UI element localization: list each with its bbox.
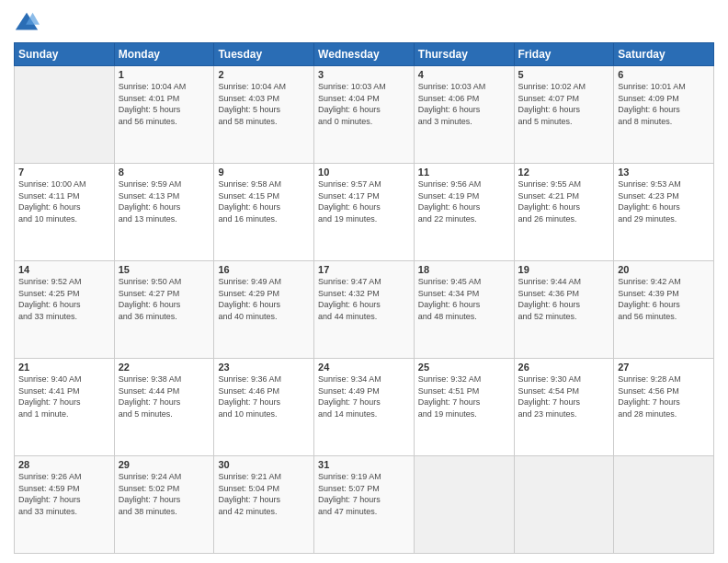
day-number: 2: [218, 69, 310, 80]
day-cell: [15, 66, 115, 164]
day-cell: 30Sunrise: 9:21 AM Sunset: 5:04 PM Dayli…: [214, 456, 314, 554]
day-info: Sunrise: 9:30 AM Sunset: 4:54 PM Dayligh…: [518, 373, 610, 419]
day-info: Sunrise: 9:34 AM Sunset: 4:49 PM Dayligh…: [318, 373, 410, 419]
header-cell-sunday: Sunday: [15, 43, 115, 66]
day-cell: 3Sunrise: 10:03 AM Sunset: 4:04 PM Dayli…: [314, 66, 415, 164]
day-number: 25: [418, 362, 510, 373]
day-info: Sunrise: 9:32 AM Sunset: 4:51 PM Dayligh…: [418, 373, 510, 419]
logo: [14, 9, 43, 35]
day-cell: 18Sunrise: 9:45 AM Sunset: 4:34 PM Dayli…: [414, 261, 514, 359]
day-cell: 2Sunrise: 10:04 AM Sunset: 4:03 PM Dayli…: [214, 66, 314, 164]
day-info: Sunrise: 9:28 AM Sunset: 4:56 PM Dayligh…: [618, 373, 710, 419]
day-cell: 5Sunrise: 10:02 AM Sunset: 4:07 PM Dayli…: [514, 66, 614, 164]
day-number: 13: [618, 167, 710, 178]
day-cell: 27Sunrise: 9:28 AM Sunset: 4:56 PM Dayli…: [614, 359, 714, 456]
header-cell-saturday: Saturday: [614, 43, 714, 66]
day-cell: 6Sunrise: 10:01 AM Sunset: 4:09 PM Dayli…: [614, 66, 714, 164]
day-number: 12: [518, 167, 610, 178]
day-number: 22: [119, 362, 210, 373]
day-cell: 13Sunrise: 9:53 AM Sunset: 4:23 PM Dayli…: [614, 164, 714, 261]
day-cell: [514, 456, 614, 554]
day-info: Sunrise: 9:49 AM Sunset: 4:29 PM Dayligh…: [218, 276, 310, 322]
day-number: 19: [518, 264, 610, 275]
day-cell: 12Sunrise: 9:55 AM Sunset: 4:21 PM Dayli…: [514, 164, 614, 261]
day-number: 7: [18, 167, 110, 178]
day-info: Sunrise: 9:59 AM Sunset: 4:13 PM Dayligh…: [119, 178, 210, 224]
header-cell-friday: Friday: [514, 43, 614, 66]
calendar-body: 1Sunrise: 10:04 AM Sunset: 4:01 PM Dayli…: [15, 66, 714, 554]
week-row-2: 14Sunrise: 9:52 AM Sunset: 4:25 PM Dayli…: [15, 261, 714, 359]
day-cell: 22Sunrise: 9:38 AM Sunset: 4:44 PM Dayli…: [114, 359, 214, 456]
day-info: Sunrise: 10:04 AM Sunset: 4:01 PM Daylig…: [119, 81, 210, 127]
day-info: Sunrise: 9:24 AM Sunset: 5:02 PM Dayligh…: [119, 471, 210, 517]
day-info: Sunrise: 10:04 AM Sunset: 4:03 PM Daylig…: [218, 81, 310, 127]
day-info: Sunrise: 10:00 AM Sunset: 4:11 PM Daylig…: [18, 178, 110, 224]
day-info: Sunrise: 9:56 AM Sunset: 4:19 PM Dayligh…: [418, 178, 510, 224]
week-row-4: 28Sunrise: 9:26 AM Sunset: 4:59 PM Dayli…: [15, 456, 714, 554]
calendar-header: SundayMondayTuesdayWednesdayThursdayFrid…: [15, 43, 714, 66]
day-number: 21: [18, 362, 110, 373]
calendar-table: SundayMondayTuesdayWednesdayThursdayFrid…: [14, 42, 714, 554]
header-cell-wednesday: Wednesday: [314, 43, 415, 66]
day-number: 16: [218, 264, 310, 275]
day-cell: 26Sunrise: 9:30 AM Sunset: 4:54 PM Dayli…: [514, 359, 614, 456]
day-cell: [414, 456, 514, 554]
day-cell: 29Sunrise: 9:24 AM Sunset: 5:02 PM Dayli…: [114, 456, 214, 554]
day-info: Sunrise: 10:02 AM Sunset: 4:07 PM Daylig…: [518, 81, 610, 127]
day-info: Sunrise: 9:21 AM Sunset: 5:04 PM Dayligh…: [218, 471, 310, 517]
day-info: Sunrise: 9:53 AM Sunset: 4:23 PM Dayligh…: [618, 178, 710, 224]
day-number: 10: [318, 167, 410, 178]
day-cell: 31Sunrise: 9:19 AM Sunset: 5:07 PM Dayli…: [314, 456, 415, 554]
day-info: Sunrise: 10:01 AM Sunset: 4:09 PM Daylig…: [618, 81, 710, 127]
day-cell: 24Sunrise: 9:34 AM Sunset: 4:49 PM Dayli…: [314, 359, 415, 456]
day-number: 31: [318, 459, 410, 470]
header-cell-tuesday: Tuesday: [214, 43, 314, 66]
day-cell: 21Sunrise: 9:40 AM Sunset: 4:41 PM Dayli…: [15, 359, 115, 456]
day-number: 1: [119, 69, 210, 80]
day-info: Sunrise: 9:44 AM Sunset: 4:36 PM Dayligh…: [518, 276, 610, 322]
day-cell: 16Sunrise: 9:49 AM Sunset: 4:29 PM Dayli…: [214, 261, 314, 359]
day-info: Sunrise: 9:58 AM Sunset: 4:15 PM Dayligh…: [218, 178, 310, 224]
logo-icon: [14, 9, 40, 35]
day-info: Sunrise: 9:19 AM Sunset: 5:07 PM Dayligh…: [318, 471, 410, 517]
day-info: Sunrise: 9:55 AM Sunset: 4:21 PM Dayligh…: [518, 178, 610, 224]
day-number: 11: [418, 167, 510, 178]
day-number: 15: [119, 264, 210, 275]
day-cell: 20Sunrise: 9:42 AM Sunset: 4:39 PM Dayli…: [614, 261, 714, 359]
day-number: 6: [618, 69, 710, 80]
day-info: Sunrise: 9:26 AM Sunset: 4:59 PM Dayligh…: [18, 471, 110, 517]
header-cell-monday: Monday: [114, 43, 214, 66]
day-info: Sunrise: 9:38 AM Sunset: 4:44 PM Dayligh…: [119, 373, 210, 419]
day-number: 24: [318, 362, 410, 373]
day-cell: 1Sunrise: 10:04 AM Sunset: 4:01 PM Dayli…: [114, 66, 214, 164]
day-number: 17: [318, 264, 410, 275]
day-number: 18: [418, 264, 510, 275]
day-info: Sunrise: 10:03 AM Sunset: 4:04 PM Daylig…: [318, 81, 410, 127]
day-info: Sunrise: 9:52 AM Sunset: 4:25 PM Dayligh…: [18, 276, 110, 322]
day-number: 8: [119, 167, 210, 178]
day-number: 14: [18, 264, 110, 275]
day-info: Sunrise: 9:50 AM Sunset: 4:27 PM Dayligh…: [119, 276, 210, 322]
day-cell: 15Sunrise: 9:50 AM Sunset: 4:27 PM Dayli…: [114, 261, 214, 359]
day-info: Sunrise: 9:57 AM Sunset: 4:17 PM Dayligh…: [318, 178, 410, 224]
day-cell: 19Sunrise: 9:44 AM Sunset: 4:36 PM Dayli…: [514, 261, 614, 359]
header: [14, 9, 714, 35]
day-cell: 9Sunrise: 9:58 AM Sunset: 4:15 PM Daylig…: [214, 164, 314, 261]
day-number: 9: [218, 167, 310, 178]
day-number: 28: [18, 459, 110, 470]
day-cell: 28Sunrise: 9:26 AM Sunset: 4:59 PM Dayli…: [15, 456, 115, 554]
day-cell: 23Sunrise: 9:36 AM Sunset: 4:46 PM Dayli…: [214, 359, 314, 456]
page: SundayMondayTuesdayWednesdayThursdayFrid…: [0, 0, 728, 563]
day-cell: 7Sunrise: 10:00 AM Sunset: 4:11 PM Dayli…: [15, 164, 115, 261]
day-cell: 17Sunrise: 9:47 AM Sunset: 4:32 PM Dayli…: [314, 261, 415, 359]
day-number: 4: [418, 69, 510, 80]
day-cell: 14Sunrise: 9:52 AM Sunset: 4:25 PM Dayli…: [15, 261, 115, 359]
day-info: Sunrise: 9:42 AM Sunset: 4:39 PM Dayligh…: [618, 276, 710, 322]
week-row-0: 1Sunrise: 10:04 AM Sunset: 4:01 PM Dayli…: [15, 66, 714, 164]
day-info: Sunrise: 10:03 AM Sunset: 4:06 PM Daylig…: [418, 81, 510, 127]
week-row-1: 7Sunrise: 10:00 AM Sunset: 4:11 PM Dayli…: [15, 164, 714, 261]
week-row-3: 21Sunrise: 9:40 AM Sunset: 4:41 PM Dayli…: [15, 359, 714, 456]
day-number: 3: [318, 69, 410, 80]
day-cell: 4Sunrise: 10:03 AM Sunset: 4:06 PM Dayli…: [414, 66, 514, 164]
day-info: Sunrise: 9:36 AM Sunset: 4:46 PM Dayligh…: [218, 373, 310, 419]
